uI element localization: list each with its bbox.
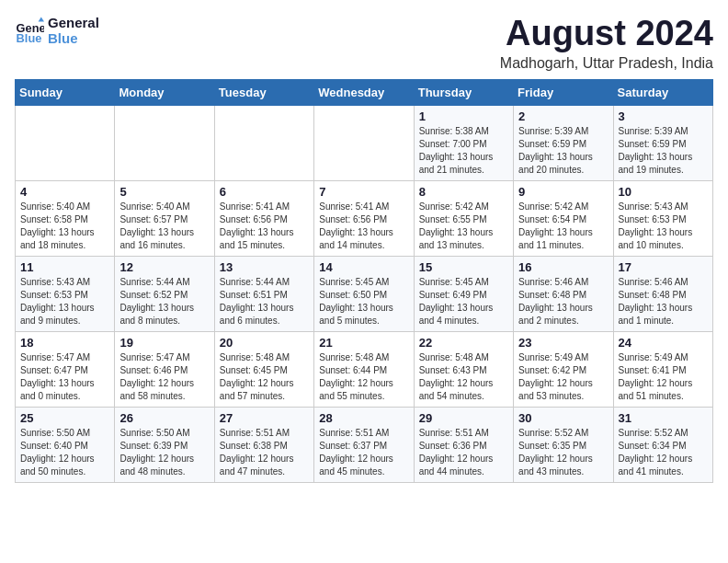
calendar-cell: 29Sunrise: 5:51 AMSunset: 6:36 PMDayligh… [414, 407, 513, 482]
title-block: August 2024 Madhogarh, Uttar Pradesh, In… [500, 15, 713, 72]
weekday-header: Monday [115, 79, 214, 105]
calendar-table: SundayMondayTuesdayWednesdayThursdayFrid… [15, 79, 713, 483]
calendar-cell: 9Sunrise: 5:42 AMSunset: 6:54 PMDaylight… [514, 180, 613, 256]
day-number: 14 [319, 260, 408, 274]
calendar-cell: 7Sunrise: 5:41 AMSunset: 6:56 PMDaylight… [314, 180, 414, 256]
day-number: 3 [619, 109, 708, 123]
day-number: 6 [220, 185, 309, 199]
day-info: Sunrise: 5:39 AMSunset: 6:59 PMDaylight:… [619, 125, 708, 177]
calendar-cell [314, 105, 414, 180]
main-title: August 2024 [500, 15, 713, 53]
calendar-cell: 23Sunrise: 5:49 AMSunset: 6:42 PMDayligh… [514, 331, 613, 407]
calendar-cell: 31Sunrise: 5:52 AMSunset: 6:34 PMDayligh… [613, 407, 712, 482]
calendar-cell: 3Sunrise: 5:39 AMSunset: 6:59 PMDaylight… [613, 105, 712, 180]
day-number: 19 [119, 336, 209, 350]
calendar-cell: 22Sunrise: 5:48 AMSunset: 6:43 PMDayligh… [414, 331, 513, 407]
day-number: 2 [518, 109, 608, 123]
day-number: 12 [119, 260, 209, 274]
calendar-cell: 16Sunrise: 5:46 AMSunset: 6:48 PMDayligh… [514, 256, 613, 331]
calendar-cell: 17Sunrise: 5:46 AMSunset: 6:48 PMDayligh… [613, 256, 712, 331]
day-info: Sunrise: 5:48 AMSunset: 6:44 PMDaylight:… [319, 351, 408, 403]
day-number: 7 [319, 185, 408, 199]
day-number: 29 [419, 411, 508, 425]
weekday-header-row: SundayMondayTuesdayWednesdayThursdayFrid… [16, 79, 713, 105]
day-number: 18 [20, 336, 109, 350]
day-info: Sunrise: 5:52 AMSunset: 6:35 PMDaylight:… [518, 427, 608, 478]
day-number: 21 [319, 336, 408, 350]
weekday-header: Friday [514, 79, 613, 105]
calendar-week-row: 18Sunrise: 5:47 AMSunset: 6:47 PMDayligh… [16, 331, 713, 407]
calendar-cell: 24Sunrise: 5:49 AMSunset: 6:41 PMDayligh… [613, 331, 712, 407]
page-header: General Blue General Blue August 2024 Ma… [15, 15, 713, 72]
calendar-cell [16, 105, 115, 180]
day-number: 17 [619, 260, 708, 274]
day-number: 22 [419, 336, 508, 350]
day-info: Sunrise: 5:50 AMSunset: 6:39 PMDaylight:… [119, 427, 209, 478]
day-number: 4 [20, 185, 109, 199]
day-info: Sunrise: 5:42 AMSunset: 6:55 PMDaylight:… [419, 201, 508, 252]
day-info: Sunrise: 5:43 AMSunset: 6:53 PMDaylight:… [619, 201, 708, 252]
calendar-cell: 19Sunrise: 5:47 AMSunset: 6:46 PMDayligh… [115, 331, 214, 407]
subtitle: Madhogarh, Uttar Pradesh, India [500, 55, 713, 72]
day-info: Sunrise: 5:38 AMSunset: 7:00 PMDaylight:… [419, 125, 508, 177]
weekday-header: Saturday [613, 79, 712, 105]
day-info: Sunrise: 5:47 AMSunset: 6:47 PMDaylight:… [20, 351, 109, 403]
day-info: Sunrise: 5:40 AMSunset: 6:57 PMDaylight:… [119, 201, 209, 252]
day-number: 10 [619, 185, 708, 199]
day-number: 30 [518, 411, 608, 425]
calendar-cell: 25Sunrise: 5:50 AMSunset: 6:40 PMDayligh… [16, 407, 115, 482]
calendar-cell: 27Sunrise: 5:51 AMSunset: 6:38 PMDayligh… [214, 407, 313, 482]
day-info: Sunrise: 5:46 AMSunset: 6:48 PMDaylight:… [619, 276, 708, 327]
day-info: Sunrise: 5:43 AMSunset: 6:53 PMDaylight:… [20, 276, 109, 327]
day-number: 13 [220, 260, 309, 274]
day-info: Sunrise: 5:52 AMSunset: 6:34 PMDaylight:… [619, 427, 708, 478]
calendar-cell [115, 105, 214, 180]
logo-icon: General Blue [15, 16, 44, 45]
day-info: Sunrise: 5:51 AMSunset: 6:37 PMDaylight:… [319, 427, 408, 478]
calendar-cell: 21Sunrise: 5:48 AMSunset: 6:44 PMDayligh… [314, 331, 414, 407]
weekday-header: Sunday [16, 79, 115, 105]
day-number: 20 [220, 336, 309, 350]
day-info: Sunrise: 5:45 AMSunset: 6:50 PMDaylight:… [319, 276, 408, 327]
calendar-cell: 1Sunrise: 5:38 AMSunset: 7:00 PMDaylight… [414, 105, 513, 180]
calendar-cell: 6Sunrise: 5:41 AMSunset: 6:56 PMDaylight… [214, 180, 313, 256]
day-info: Sunrise: 5:48 AMSunset: 6:45 PMDaylight:… [220, 351, 309, 403]
calendar-week-row: 1Sunrise: 5:38 AMSunset: 7:00 PMDaylight… [16, 105, 713, 180]
day-number: 5 [119, 185, 209, 199]
day-number: 16 [518, 260, 608, 274]
calendar-cell: 18Sunrise: 5:47 AMSunset: 6:47 PMDayligh… [16, 331, 115, 407]
calendar-cell: 28Sunrise: 5:51 AMSunset: 6:37 PMDayligh… [314, 407, 414, 482]
logo-line1: General [48, 15, 99, 30]
day-number: 8 [419, 185, 508, 199]
calendar-cell [214, 105, 313, 180]
day-info: Sunrise: 5:42 AMSunset: 6:54 PMDaylight:… [518, 201, 608, 252]
day-info: Sunrise: 5:41 AMSunset: 6:56 PMDaylight:… [319, 201, 408, 252]
day-info: Sunrise: 5:40 AMSunset: 6:58 PMDaylight:… [20, 201, 109, 252]
calendar-cell: 15Sunrise: 5:45 AMSunset: 6:49 PMDayligh… [414, 256, 513, 331]
day-number: 25 [20, 411, 109, 425]
calendar-cell: 20Sunrise: 5:48 AMSunset: 6:45 PMDayligh… [214, 331, 313, 407]
day-number: 26 [119, 411, 209, 425]
day-info: Sunrise: 5:47 AMSunset: 6:46 PMDaylight:… [119, 351, 209, 403]
calendar-cell: 4Sunrise: 5:40 AMSunset: 6:58 PMDaylight… [16, 180, 115, 256]
day-number: 11 [20, 260, 109, 274]
weekday-header: Wednesday [314, 79, 414, 105]
day-info: Sunrise: 5:41 AMSunset: 6:56 PMDaylight:… [220, 201, 309, 252]
day-info: Sunrise: 5:46 AMSunset: 6:48 PMDaylight:… [518, 276, 608, 327]
calendar-week-row: 25Sunrise: 5:50 AMSunset: 6:40 PMDayligh… [16, 407, 713, 482]
day-info: Sunrise: 5:49 AMSunset: 6:41 PMDaylight:… [619, 351, 708, 403]
day-number: 28 [319, 411, 408, 425]
day-number: 31 [619, 411, 708, 425]
day-info: Sunrise: 5:51 AMSunset: 6:38 PMDaylight:… [220, 427, 309, 478]
calendar-cell: 14Sunrise: 5:45 AMSunset: 6:50 PMDayligh… [314, 256, 414, 331]
day-info: Sunrise: 5:50 AMSunset: 6:40 PMDaylight:… [20, 427, 109, 478]
day-info: Sunrise: 5:45 AMSunset: 6:49 PMDaylight:… [419, 276, 508, 327]
day-number: 15 [419, 260, 508, 274]
day-number: 23 [518, 336, 608, 350]
calendar-cell: 26Sunrise: 5:50 AMSunset: 6:39 PMDayligh… [115, 407, 214, 482]
day-info: Sunrise: 5:39 AMSunset: 6:59 PMDaylight:… [518, 125, 608, 177]
day-info: Sunrise: 5:49 AMSunset: 6:42 PMDaylight:… [518, 351, 608, 403]
day-number: 9 [518, 185, 608, 199]
svg-marker-2 [39, 17, 44, 22]
svg-text:Blue: Blue [17, 31, 42, 45]
